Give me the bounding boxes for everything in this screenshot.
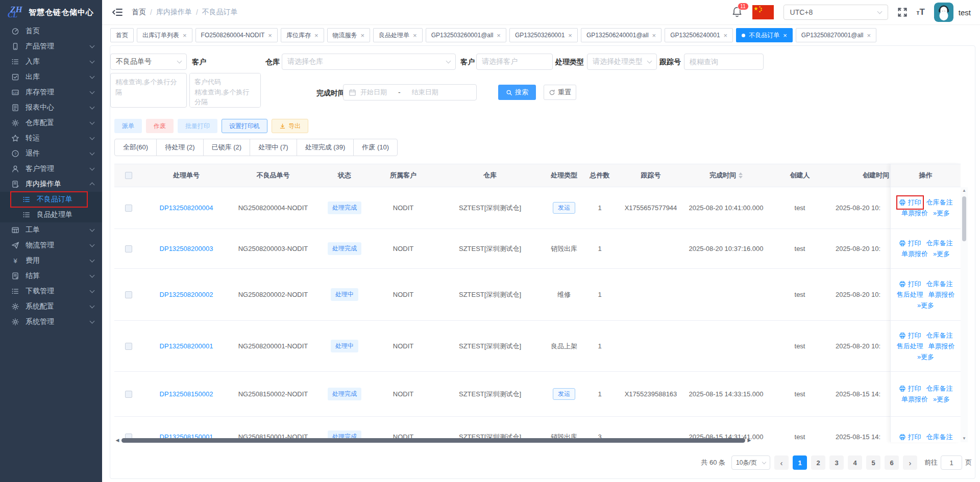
horizontal-scrollbar-thumb[interactable] (121, 438, 745, 443)
sidebar-item-defect-orders[interactable]: 不良品订单 (0, 192, 102, 207)
row-checkbox[interactable] (125, 205, 132, 212)
op-link[interactable]: 单票报价 (928, 290, 955, 299)
sort-desc-icon[interactable] (739, 176, 743, 179)
op-link[interactable]: 售后处理 (897, 342, 923, 351)
row-checkbox[interactable] (125, 245, 132, 252)
doc-no-link[interactable]: DP132508200002 (160, 291, 213, 298)
close-icon[interactable]: × (268, 32, 272, 39)
page-button-4[interactable]: 4 (848, 455, 862, 470)
page-button-3[interactable]: 3 (829, 455, 844, 470)
close-icon[interactable]: × (361, 32, 365, 39)
scroll-down-icon[interactable]: ▼ (962, 435, 966, 442)
sidebar-item-work-order[interactable]: 工单 (0, 222, 102, 238)
breadcrumb-item[interactable]: 首页 (132, 8, 146, 17)
select-all-checkbox[interactable] (125, 172, 132, 179)
tab-9[interactable]: GP132506240001× (665, 28, 733, 42)
page-button-2[interactable]: 2 (811, 455, 825, 470)
sidebar-item-download-management[interactable]: 下载管理 (0, 284, 102, 299)
status-tab-3[interactable]: 处理中 (7) (250, 139, 297, 156)
tracking-input[interactable] (684, 54, 764, 70)
sidebar-item-good-item-orders[interactable]: 良品处理单 (0, 207, 102, 222)
set-printer-button[interactable]: 设置打印机 (222, 119, 267, 133)
tab-6[interactable]: GP132503260001@all× (426, 28, 506, 42)
tab-5[interactable]: 良品处理单× (373, 28, 423, 42)
tab-3[interactable]: 库位库存× (281, 28, 324, 42)
fullscreen-icon[interactable] (897, 7, 908, 17)
close-icon[interactable]: × (183, 32, 187, 39)
op-link[interactable]: »更多 (933, 209, 950, 218)
sidebar-item-inventory-management[interactable]: 123库存管理 (0, 85, 102, 100)
breadcrumb-item[interactable]: 不良品订单 (202, 8, 238, 17)
close-icon[interactable]: × (652, 32, 656, 39)
sidebar-item-returns[interactable]: ?退件 (0, 146, 102, 161)
op-link[interactable]: »更多 (917, 301, 934, 310)
op-link[interactable]: 售后处理 (897, 290, 923, 299)
close-icon[interactable]: × (867, 32, 871, 39)
font-size-icon[interactable]: тT (917, 7, 925, 17)
op-link[interactable]: 仓库备注 (926, 198, 953, 207)
page-size-select[interactable]: 10条/页 (731, 455, 770, 470)
op-link[interactable]: 单票报价 (928, 342, 955, 351)
op-link[interactable]: 仓库备注 (926, 239, 953, 248)
op-link[interactable]: 仓库备注 (926, 384, 953, 393)
process-type-select[interactable]: 请选择处理类型 (587, 54, 657, 70)
sidebar-item-customer-management[interactable]: 客户管理 (0, 161, 102, 176)
sidebar-item-home[interactable]: 首页 (0, 23, 102, 39)
op-link[interactable]: 单票报价 (901, 209, 928, 218)
tab-4[interactable]: 物流服务× (327, 28, 371, 42)
doc-no-link[interactable]: DP132508200001 (160, 342, 213, 350)
breadcrumb-item[interactable]: 库内操作单 (156, 8, 192, 17)
export-button[interactable]: 导出 (272, 119, 308, 133)
doc-numbers-textarea[interactable] (110, 73, 187, 108)
void-button[interactable]: 作废 (146, 119, 174, 133)
doc-type-select[interactable]: 不良品单号 (110, 54, 187, 70)
doc-no-link[interactable]: DP132508200003 (160, 245, 213, 252)
op-link[interactable]: 打印 (899, 433, 921, 442)
tab-0[interactable]: 首页 (110, 28, 134, 42)
sort-icon[interactable] (739, 172, 743, 179)
sidebar-item-system-management[interactable]: 系统管理 (0, 314, 102, 329)
row-checkbox[interactable] (125, 391, 132, 398)
column-header-8[interactable]: 完成时间 (684, 164, 768, 187)
sidebar-collapse-icon[interactable] (112, 8, 122, 17)
sidebar-item-transfer[interactable]: 转运 (0, 131, 102, 146)
page-button-6[interactable]: 6 (885, 455, 899, 470)
status-tab-2[interactable]: 已锁库 (2) (203, 139, 251, 156)
sidebar-item-product-management[interactable]: 产品管理 (0, 39, 102, 54)
notification-bell-icon[interactable]: 11 (731, 6, 743, 18)
china-flag-icon[interactable] (752, 5, 774, 19)
sidebar-item-report-center[interactable]: 报表中心 (0, 100, 102, 115)
row-checkbox[interactable] (125, 343, 132, 350)
tab-1[interactable]: 出库订单列表× (137, 28, 192, 42)
warehouse-select[interactable]: 请选择仓库 (282, 54, 456, 70)
next-page-button[interactable]: › (903, 455, 917, 470)
close-icon[interactable]: × (783, 32, 787, 39)
tab-11[interactable]: GP132508270001@all× (796, 28, 876, 42)
op-link[interactable]: 仓库备注 (926, 331, 953, 340)
close-icon[interactable]: × (497, 32, 501, 39)
op-link[interactable]: 单票报价 (901, 395, 928, 404)
status-tab-1[interactable]: 待处理 (2) (156, 139, 204, 156)
tab-7[interactable]: GP132503260001× (509, 28, 578, 42)
prev-page-button[interactable]: ‹ (774, 455, 789, 470)
dispatch-button[interactable]: 派单 (114, 119, 142, 133)
goto-page-input[interactable] (941, 455, 962, 470)
sidebar-item-fees[interactable]: ¥费用 (0, 253, 102, 268)
status-tab-5[interactable]: 作废 (10) (353, 139, 398, 156)
op-link[interactable]: 仓库备注 (926, 280, 953, 289)
customer-code-textarea[interactable] (189, 73, 261, 108)
scroll-left-icon[interactable]: ◀ (114, 437, 120, 443)
doc-no-link[interactable]: DP132508150002 (160, 390, 213, 398)
user-avatar[interactable] (934, 3, 953, 22)
close-icon[interactable]: × (314, 32, 318, 39)
finish-time-range-picker[interactable]: 开始日期 - 结束日期 (343, 84, 477, 100)
tab-active-10[interactable]: 不良品订单× (736, 28, 793, 42)
op-link[interactable]: »更多 (933, 249, 950, 259)
close-icon[interactable]: × (568, 32, 572, 39)
close-icon[interactable]: × (413, 32, 417, 39)
scroll-up-icon[interactable]: ▲ (962, 187, 966, 194)
op-link[interactable]: 打印 (899, 280, 921, 289)
status-tab-0[interactable]: 全部(60) (114, 139, 157, 156)
sidebar-item-system-config[interactable]: 系统配置 (0, 299, 102, 314)
op-link[interactable]: 单票报价 (901, 249, 928, 259)
